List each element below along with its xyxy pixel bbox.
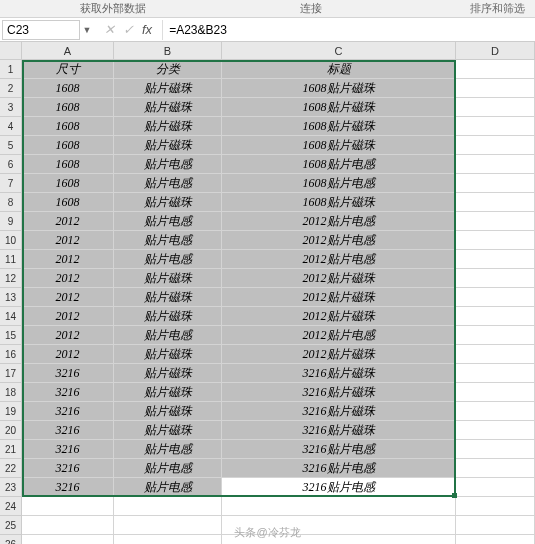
cell[interactable]: 贴片磁珠 <box>114 288 222 307</box>
cell[interactable] <box>456 193 535 212</box>
cell[interactable] <box>456 402 535 421</box>
cell[interactable]: 贴片磁珠 <box>114 136 222 155</box>
row-header[interactable]: 14 <box>0 307 22 326</box>
cell[interactable] <box>456 326 535 345</box>
cell[interactable]: 3216 <box>22 402 114 421</box>
cell[interactable]: 1608 <box>22 155 114 174</box>
cell[interactable]: 1608贴片磁珠 <box>222 98 456 117</box>
cell[interactable]: 3216贴片磁珠 <box>222 364 456 383</box>
cell[interactable]: 贴片磁珠 <box>114 364 222 383</box>
row-header[interactable]: 12 <box>0 269 22 288</box>
cell[interactable]: 尺寸 <box>22 60 114 79</box>
cell[interactable] <box>456 60 535 79</box>
row-header[interactable]: 16 <box>0 345 22 364</box>
cell[interactable] <box>456 497 535 516</box>
cell[interactable]: 1608 <box>22 117 114 136</box>
row-header[interactable]: 15 <box>0 326 22 345</box>
cell[interactable]: 2012贴片电感 <box>222 250 456 269</box>
cell[interactable] <box>456 459 535 478</box>
cell[interactable] <box>456 364 535 383</box>
row-header[interactable]: 5 <box>0 136 22 155</box>
cell[interactable]: 3216贴片电感 <box>222 440 456 459</box>
cell[interactable] <box>456 79 535 98</box>
cell[interactable]: 1608贴片磁珠 <box>222 79 456 98</box>
row-header[interactable]: 11 <box>0 250 22 269</box>
cell[interactable] <box>456 174 535 193</box>
cell[interactable]: 1608贴片磁珠 <box>222 117 456 136</box>
cell[interactable]: 贴片电感 <box>114 459 222 478</box>
cell[interactable] <box>456 136 535 155</box>
cell[interactable]: 贴片电感 <box>114 250 222 269</box>
cell[interactable] <box>222 497 456 516</box>
select-all-corner[interactable] <box>0 42 22 60</box>
cell[interactable]: 贴片电感 <box>114 155 222 174</box>
cell[interactable]: 贴片磁珠 <box>114 193 222 212</box>
cell[interactable]: 1608 <box>22 174 114 193</box>
cell[interactable]: 2012贴片磁珠 <box>222 288 456 307</box>
row-header[interactable]: 20 <box>0 421 22 440</box>
col-header-d[interactable]: D <box>456 42 535 60</box>
row-header[interactable]: 8 <box>0 193 22 212</box>
cell[interactable]: 2012 <box>22 307 114 326</box>
fx-icon[interactable]: fx <box>142 22 152 37</box>
cell[interactable]: 贴片电感 <box>114 440 222 459</box>
cell[interactable] <box>114 497 222 516</box>
cell[interactable]: 2012贴片电感 <box>222 231 456 250</box>
name-box[interactable]: C23 <box>2 20 80 40</box>
cell[interactable]: 贴片电感 <box>114 478 222 497</box>
cell[interactable]: 贴片磁珠 <box>114 421 222 440</box>
row-header[interactable]: 3 <box>0 98 22 117</box>
formula-input[interactable]: =A23&B23 <box>162 20 535 40</box>
row-header[interactable]: 22 <box>0 459 22 478</box>
cell[interactable]: 3216贴片磁珠 <box>222 402 456 421</box>
cell[interactable]: 贴片电感 <box>114 326 222 345</box>
row-header[interactable]: 18 <box>0 383 22 402</box>
name-box-dropdown-icon[interactable]: ▼ <box>80 25 94 35</box>
cell[interactable]: 3216 <box>22 383 114 402</box>
cell[interactable]: 贴片磁珠 <box>114 402 222 421</box>
cancel-icon[interactable]: ✕ <box>104 22 115 37</box>
cell[interactable] <box>456 421 535 440</box>
row-header[interactable]: 2 <box>0 79 22 98</box>
spreadsheet-grid[interactable]: A B C D 1 尺寸 分类 标题 2 1608 贴片磁珠 1608贴片磁珠 … <box>0 42 535 544</box>
cell[interactable]: 标题 <box>222 60 456 79</box>
cell[interactable]: 3216 <box>22 459 114 478</box>
cell[interactable]: 贴片电感 <box>114 174 222 193</box>
cell[interactable]: 分类 <box>114 60 222 79</box>
row-header[interactable]: 13 <box>0 288 22 307</box>
cell[interactable]: 贴片磁珠 <box>114 383 222 402</box>
cell[interactable]: 3216贴片磁珠 <box>222 421 456 440</box>
cell[interactable]: 3216 <box>22 421 114 440</box>
cell[interactable]: 2012 <box>22 231 114 250</box>
cell[interactable]: 3216 <box>22 440 114 459</box>
cell[interactable]: 贴片电感 <box>114 231 222 250</box>
cell[interactable]: 2012 <box>22 212 114 231</box>
cell[interactable] <box>456 288 535 307</box>
row-header[interactable]: 19 <box>0 402 22 421</box>
row-header[interactable]: 24 <box>0 497 22 516</box>
cell[interactable]: 2012贴片电感 <box>222 212 456 231</box>
cell[interactable]: 1608 <box>22 98 114 117</box>
cell[interactable]: 2012 <box>22 250 114 269</box>
col-header-a[interactable]: A <box>22 42 114 60</box>
col-header-c[interactable]: C <box>222 42 456 60</box>
cell[interactable] <box>456 98 535 117</box>
cell[interactable] <box>456 440 535 459</box>
row-header[interactable]: 1 <box>0 60 22 79</box>
confirm-icon[interactable]: ✓ <box>123 22 134 37</box>
cell[interactable]: 1608贴片磁珠 <box>222 193 456 212</box>
cell[interactable] <box>456 250 535 269</box>
cell[interactable] <box>456 117 535 136</box>
cell[interactable]: 2012 <box>22 326 114 345</box>
row-header[interactable]: 17 <box>0 364 22 383</box>
cell[interactable]: 2012 <box>22 288 114 307</box>
cell[interactable]: 2012 <box>22 269 114 288</box>
cell[interactable] <box>456 269 535 288</box>
cell[interactable] <box>456 231 535 250</box>
cell[interactable]: 3216贴片电感 <box>222 459 456 478</box>
cell[interactable]: 1608贴片磁珠 <box>222 136 456 155</box>
cell[interactable]: 贴片磁珠 <box>114 307 222 326</box>
cell[interactable]: 2012贴片磁珠 <box>222 307 456 326</box>
row-header[interactable]: 7 <box>0 174 22 193</box>
row-header[interactable]: 21 <box>0 440 22 459</box>
